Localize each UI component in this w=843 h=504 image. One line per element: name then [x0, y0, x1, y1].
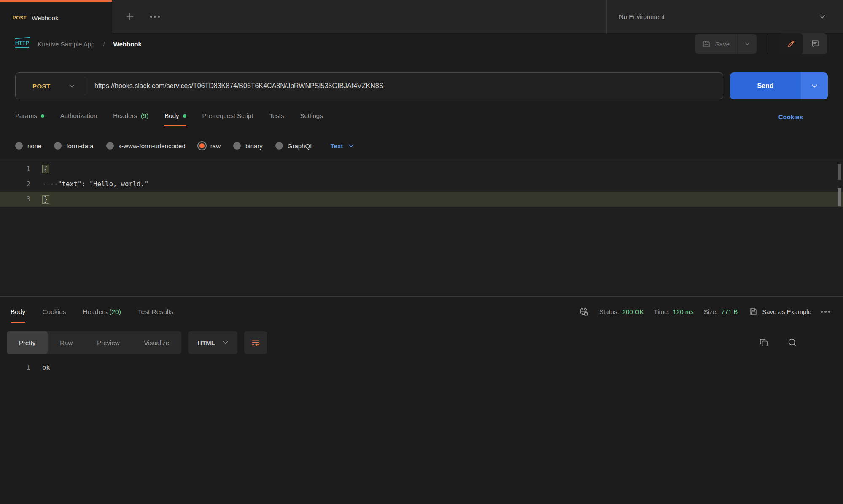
search-icon[interactable] [787, 338, 797, 348]
brace-highlight: } [42, 195, 49, 204]
response-header: Body Cookies Headers (20) Test Results S… [0, 296, 843, 327]
mode-label: binary [245, 142, 263, 150]
comment-button[interactable] [803, 33, 827, 54]
tab-settings[interactable]: Settings [300, 112, 323, 126]
tab-bar: POST Webhook No Environment [0, 0, 843, 34]
copy-icon[interactable] [759, 338, 769, 348]
response-tab-test-results[interactable]: Test Results [138, 297, 173, 327]
view-pretty[interactable]: Pretty [7, 331, 48, 354]
http-request-icon: HTTP [15, 40, 29, 48]
save-icon [703, 40, 711, 48]
line-number: 3 [0, 196, 30, 203]
mode-raw[interactable]: raw [198, 142, 221, 150]
chevron-down-icon [745, 42, 750, 46]
tab-tests[interactable]: Tests [269, 112, 284, 126]
mode-graphql[interactable]: GraphQL [275, 142, 314, 150]
save-icon [749, 308, 757, 316]
comment-icon [811, 40, 819, 48]
body-language-select[interactable]: Text [331, 142, 354, 150]
tab-strip [112, 0, 606, 34]
tab-label: Body [11, 308, 25, 315]
pencil-icon [787, 40, 795, 48]
network-security-icon[interactable] [579, 306, 589, 317]
url-input[interactable] [85, 82, 723, 90]
response-tab-headers[interactable]: Headers (20) [83, 297, 121, 327]
tab-pre-request-script[interactable]: Pre-request Script [202, 112, 253, 126]
chevron-down-icon [812, 84, 817, 88]
tab-headers[interactable]: Headers (9) [113, 112, 148, 126]
editor-scrollbar-thumb[interactable] [838, 164, 841, 180]
documentation-comment-group [779, 33, 827, 54]
save-options-button[interactable] [737, 34, 757, 54]
radio-icon [275, 142, 283, 150]
save-button[interactable]: Save [695, 34, 737, 54]
tab-title: Webhook [32, 14, 58, 21]
status-group: Status: 200 OK [599, 308, 644, 315]
environment-label: No Environment [619, 13, 665, 20]
request-header: HTTP Knative Sample App / Webhook Save [0, 34, 843, 54]
tab-method-label: POST [13, 15, 27, 20]
view-raw[interactable]: Raw [48, 331, 85, 354]
response-line: 1 ok [0, 361, 843, 374]
request-tab[interactable]: POST Webhook [0, 0, 112, 34]
response-options-icon[interactable] [821, 311, 830, 313]
edit-documentation-button[interactable] [779, 33, 803, 54]
view-visualize[interactable]: Visualize [132, 331, 182, 354]
mode-label: GraphQL [288, 142, 314, 150]
status-value: 200 OK [622, 308, 644, 315]
line-number: 1 [0, 165, 30, 173]
response-tab-body[interactable]: Body [11, 297, 25, 327]
tab-body[interactable]: Body [164, 112, 186, 126]
chevron-down-icon [69, 84, 75, 88]
method-select[interactable]: POST [16, 83, 85, 90]
code-text: { [30, 165, 49, 173]
size-label: Size: [704, 308, 718, 315]
tab-params[interactable]: Params [15, 112, 44, 126]
tab-authorization[interactable]: Authorization [60, 112, 97, 126]
response-body-actions [759, 338, 797, 348]
size-value: 771 B [721, 308, 738, 315]
size-group: Size: 771 B [704, 308, 738, 315]
environment-selector[interactable]: No Environment [606, 0, 843, 34]
mode-x-www-form-urlencoded[interactable]: x-www-form-urlencoded [106, 142, 186, 150]
mode-binary[interactable]: binary [233, 142, 263, 150]
chevron-down-icon [819, 15, 825, 19]
response-toolbar: Pretty Raw Preview Visualize HTML [0, 331, 843, 354]
brace-highlight: { [42, 165, 49, 173]
request-body-editor[interactable]: 1 { 2 ····"text": "Hello, world." 3 } [0, 159, 843, 296]
response-format-select[interactable]: HTML [188, 331, 237, 354]
new-tab-button[interactable] [125, 12, 135, 22]
breadcrumb-request-name[interactable]: Webhook [113, 40, 142, 48]
code-line: 2 ····"text": "Hello, world." [0, 177, 843, 192]
code-line-active: 3 } [0, 192, 843, 207]
code-line: 1 { [0, 161, 843, 177]
divider [768, 35, 768, 53]
cookies-link[interactable]: Cookies [778, 113, 803, 126]
headers-count-badge: (20) [109, 308, 121, 315]
code-content: "text": "Hello, world." [58, 180, 148, 188]
radio-icon [233, 142, 241, 150]
format-label: HTML [197, 339, 215, 346]
radio-icon [106, 142, 114, 150]
url-row: POST Send [0, 72, 843, 99]
response-tab-cookies[interactable]: Cookies [42, 297, 66, 327]
save-as-example-button[interactable]: Save as Example [749, 308, 811, 316]
mode-none[interactable]: none [15, 142, 41, 150]
breadcrumb-collection[interactable]: Knative Sample App [38, 40, 94, 48]
body-mode-row: none form-data x-www-form-urlencoded raw… [0, 142, 843, 150]
tab-label: Headers [113, 112, 137, 119]
editor-scrollbar-marker[interactable] [838, 188, 841, 206]
wrap-line-button[interactable] [244, 331, 267, 354]
radio-selected-icon [198, 142, 206, 150]
tab-options-icon[interactable] [150, 16, 160, 18]
save-button-label: Save [715, 40, 730, 48]
response-body-viewer[interactable]: 1 ok [0, 361, 843, 374]
send-button[interactable]: Send [730, 72, 801, 99]
whitespace-dots: ···· [42, 180, 58, 188]
request-tabs: Params Authorization Headers (9) Body Pr… [0, 112, 843, 126]
mode-form-data[interactable]: form-data [54, 142, 93, 150]
send-options-button[interactable] [801, 72, 828, 99]
status-label: Status: [599, 308, 619, 315]
time-label: Time: [654, 308, 670, 315]
view-preview[interactable]: Preview [85, 331, 132, 354]
